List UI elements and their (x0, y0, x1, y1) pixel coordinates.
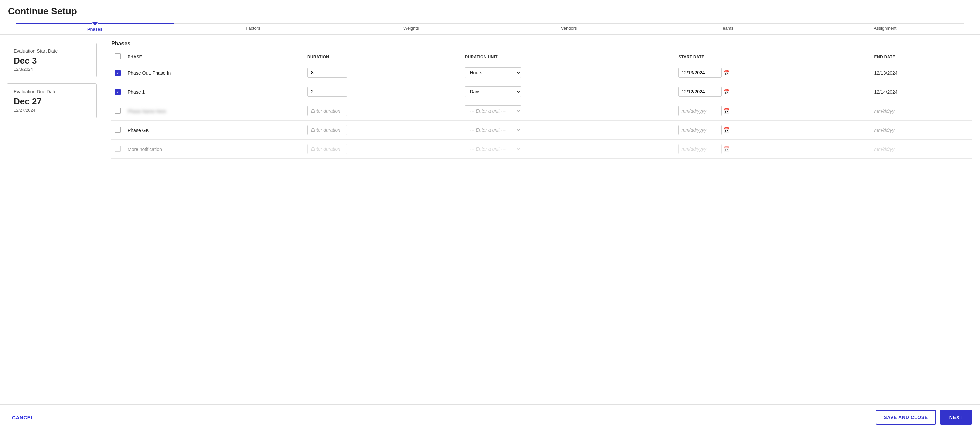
eval-due-label: Evaluation Due Date (14, 89, 90, 94)
row2-checkbox[interactable] (115, 89, 121, 95)
row2-name-cell: Phase 1 (124, 83, 304, 102)
row2-start-calendar-icon[interactable]: 📅 (723, 89, 730, 95)
eval-start-card: Evaluation Start Date Dec 3 12/3/2024 (7, 43, 97, 78)
row2-start-date-input[interactable] (678, 87, 722, 97)
row3-duration-cell (304, 102, 461, 121)
row2-unit-select[interactable]: Hours Days Weeks (465, 86, 521, 97)
row3-start-date-input[interactable] (678, 106, 722, 116)
row5-end-cell: mm/dd/yy (871, 140, 972, 159)
step-vendors[interactable]: Vendors (490, 23, 648, 33)
step-factors[interactable]: Factors (174, 23, 332, 33)
row2-end-cell: 12/14/2024 (871, 83, 972, 102)
page-header: Continue Setup Phases (0, 0, 980, 35)
select-all-checkbox[interactable] (115, 53, 121, 59)
row4-unit-select[interactable]: --- Enter a unit --- Hours Days Weeks (465, 124, 521, 135)
row2-duration-cell (304, 83, 461, 102)
step-weights[interactable]: Weights (332, 23, 490, 33)
phases-section-title: Phases (111, 41, 972, 47)
row3-unit-select[interactable]: --- Enter a unit --- Hours Days Weeks (465, 105, 521, 116)
table-header-row: PHASE DURATION DURATION UNIT START DATE … (111, 51, 972, 64)
eval-start-label: Evaluation Start Date (14, 48, 90, 54)
save-and-close-button[interactable]: SAVE AND CLOSE (875, 410, 936, 425)
step-assignment[interactable]: Assignment (806, 23, 964, 33)
row4-duration-cell (304, 121, 461, 140)
row5-start-calendar-icon[interactable]: 📅 (723, 146, 730, 152)
step-teams[interactable]: Teams (648, 23, 806, 33)
step-phases[interactable]: Phases (16, 22, 174, 34)
eval-due-sub: 12/27/2024 (14, 107, 90, 113)
row4-checkbox-cell (111, 121, 124, 140)
row3-start-calendar-icon[interactable]: 📅 (723, 108, 730, 114)
row1-duration-input[interactable] (307, 68, 347, 78)
th-phase: PHASE (124, 51, 304, 64)
row3-end-cell: mm/dd/yy (871, 102, 972, 121)
row1-start-calendar-icon[interactable]: 📅 (723, 70, 730, 76)
row4-end-date-placeholder: mm/dd/yy (874, 127, 894, 133)
step-label-phases: Phases (16, 25, 174, 34)
step-label-assignment: Assignment (806, 24, 964, 33)
phases-table: PHASE DURATION DURATION UNIT START DATE … (111, 51, 972, 159)
footer-right-buttons: SAVE AND CLOSE NEXT (875, 410, 972, 425)
eval-due-big: Dec 27 (14, 97, 90, 107)
row4-phase-name: Phase GK (127, 127, 149, 133)
row3-phase-name-blur: Phase Name Here (127, 108, 166, 114)
row5-phase-name: More notification (127, 147, 162, 152)
step-label-weights: Weights (332, 24, 490, 33)
row4-checkbox[interactable] (115, 127, 121, 132)
eval-start-sub: 12/3/2024 (14, 67, 90, 72)
th-checkbox (111, 51, 124, 64)
table-row: Phase Out, Phase In Hours Days Weeks (111, 64, 972, 83)
row2-phase-name: Phase 1 (127, 89, 145, 95)
row3-end-date-placeholder: mm/dd/yy (874, 108, 894, 114)
row2-duration-input[interactable] (307, 87, 347, 97)
row4-duration-input[interactable] (307, 125, 347, 135)
row5-start-cell: 📅 (675, 140, 870, 159)
row4-unit-cell: --- Enter a unit --- Hours Days Weeks (461, 121, 675, 140)
row5-unit-select[interactable]: --- Enter a unit --- Hours Days (465, 143, 521, 154)
row4-start-cell: 📅 (675, 121, 870, 140)
row1-checkbox-cell (111, 64, 124, 83)
right-content: Phases PHASE DURATION DURATION UNIT STAR… (103, 35, 980, 404)
row4-name-cell: Phase GK (124, 121, 304, 140)
table-row: Phase GK --- Enter a unit --- Hours Days… (111, 121, 972, 140)
row1-phase-name: Phase Out, Phase In (127, 70, 170, 76)
row4-end-cell: mm/dd/yy (871, 121, 972, 140)
row4-start-calendar-icon[interactable]: 📅 (723, 127, 730, 133)
row2-unit-cell: Hours Days Weeks (461, 83, 675, 102)
row5-start-date-input[interactable] (678, 144, 722, 154)
row3-start-cell: 📅 (675, 102, 870, 121)
th-start-date: START DATE (675, 51, 870, 64)
row5-name-cell: More notification (124, 140, 304, 159)
step-label-vendors: Vendors (490, 24, 648, 33)
row1-end-cell: 12/13/2024 (871, 64, 972, 83)
row5-duration-cell (304, 140, 461, 159)
row1-name-cell: Phase Out, Phase In (124, 64, 304, 83)
row1-end-date: 12/13/2024 (874, 70, 897, 76)
row1-checkbox[interactable] (115, 70, 121, 76)
row3-checkbox-cell (111, 102, 124, 121)
table-row: More notification --- Enter a unit --- H… (111, 140, 972, 159)
row1-start-date-input[interactable] (678, 68, 722, 78)
row5-end-date-placeholder: mm/dd/yy (874, 147, 894, 152)
row3-duration-input[interactable] (307, 106, 347, 116)
row2-end-date: 12/14/2024 (874, 89, 897, 95)
table-row: Phase 1 Hours Days Weeks (111, 83, 972, 102)
row5-duration-input[interactable] (307, 144, 347, 154)
phases-arrow (92, 22, 98, 25)
page-footer: CANCEL SAVE AND CLOSE NEXT (0, 404, 980, 430)
row1-unit-select[interactable]: Hours Days Weeks (465, 67, 521, 78)
eval-due-card: Evaluation Due Date Dec 27 12/27/2024 (7, 83, 97, 118)
row4-start-date-input[interactable] (678, 125, 722, 135)
row5-checkbox[interactable] (115, 146, 121, 151)
cancel-button[interactable]: CANCEL (8, 411, 38, 424)
row3-checkbox[interactable] (115, 107, 121, 113)
row5-unit-cell: --- Enter a unit --- Hours Days (461, 140, 675, 159)
row3-name-cell: Phase Name Here (124, 102, 304, 121)
row1-unit-cell: Hours Days Weeks (461, 64, 675, 83)
next-button[interactable]: NEXT (940, 410, 972, 425)
th-duration: DURATION (304, 51, 461, 64)
row1-start-cell: 📅 (675, 64, 870, 83)
table-row: Phase Name Here --- Enter a unit --- Hou… (111, 102, 972, 121)
th-duration-unit: DURATION UNIT (461, 51, 675, 64)
th-end-date: END DATE (871, 51, 972, 64)
